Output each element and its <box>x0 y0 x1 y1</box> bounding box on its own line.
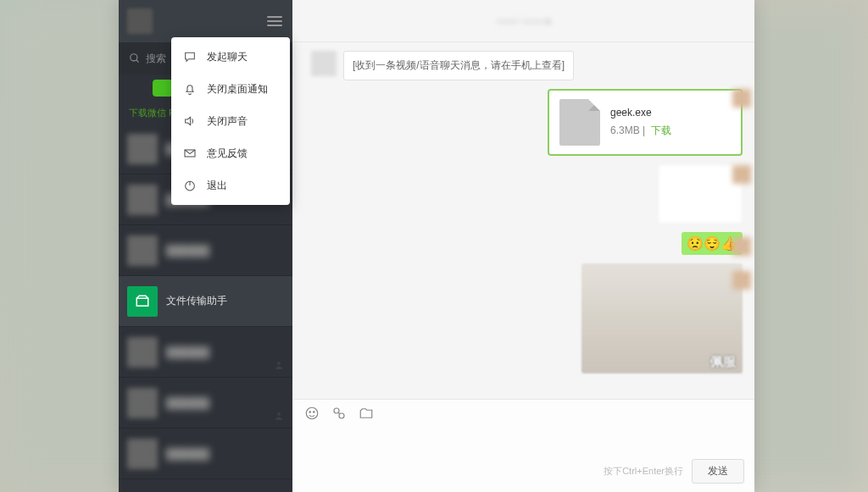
chat-bubble-icon <box>183 50 197 64</box>
search-icon <box>129 53 141 64</box>
conversation-item[interactable]: ██████ <box>119 327 292 378</box>
chat-title[interactable]: —— —— <box>497 14 550 27</box>
menu-exit[interactable]: 退出 <box>171 169 290 202</box>
speaker-icon <box>183 114 197 128</box>
system-message: [收到一条视频/语音聊天消息，请在手机上查看] <box>343 51 574 80</box>
menu-toggle[interactable] <box>265 12 284 30</box>
message-incoming: [收到一条视频/语音聊天消息，请在手机上查看] <box>304 51 743 80</box>
conversation-item[interactable]: ██████ <box>119 428 292 479</box>
file-icon <box>559 99 600 146</box>
message-outgoing-gif: 佩服 <box>304 263 743 373</box>
send-hint: 按下Ctrl+Enter换行 <box>604 465 683 478</box>
svg-line-1 <box>136 60 139 63</box>
file-download-link[interactable]: 下载 <box>651 124 671 136</box>
menu-start-chat[interactable]: 发起聊天 <box>171 41 290 73</box>
wechat-bubble-icon <box>153 80 173 97</box>
my-msg-avatar <box>732 271 751 290</box>
screenshot-icon[interactable] <box>331 406 347 421</box>
message-outgoing-emoji: 😟😌👍 <box>304 232 743 255</box>
svg-point-3 <box>277 412 281 416</box>
emoji-picker-icon[interactable] <box>304 406 320 421</box>
message-list: [收到一条视频/语音聊天消息，请在手机上查看] geek.exe 6.3MB |… <box>292 42 754 399</box>
chat-header: —— —— <box>292 0 754 42</box>
svg-point-7 <box>306 407 318 419</box>
menu-feedback[interactable]: 意见反馈 <box>171 137 290 169</box>
chat-panel: —— —— [收到一条视频/语音聊天消息，请在手机上查看] geek.exe 6… <box>292 0 754 492</box>
mail-icon <box>183 146 197 160</box>
search-placeholder-text: 搜索 <box>146 52 166 66</box>
svg-point-11 <box>339 413 344 418</box>
attach-file-icon[interactable] <box>359 406 374 421</box>
my-msg-avatar <box>732 237 751 256</box>
svg-line-12 <box>338 412 340 414</box>
power-icon <box>183 179 197 192</box>
menu-disable-notifications[interactable]: 关闭桌面通知 <box>171 73 290 105</box>
conversation-item[interactable]: ██████ <box>119 225 292 276</box>
message-outgoing-file: geek.exe 6.3MB | 下载 <box>304 89 743 156</box>
app-window: 搜索 下载微信 F ██████ ██████ ██████ 文件传输助手 ██… <box>119 0 754 492</box>
svg-point-10 <box>334 408 339 413</box>
contact-icon <box>274 360 284 370</box>
send-button[interactable]: 发送 <box>692 459 744 484</box>
bell-icon <box>183 82 197 96</box>
main-menu-dropdown: 发起聊天 关闭桌面通知 关闭声音 意见反馈 退出 <box>171 37 290 205</box>
file-attachment[interactable]: geek.exe 6.3MB | 下载 <box>548 89 743 156</box>
file-helper-icon <box>127 286 158 317</box>
file-size: 6.3MB <box>610 124 640 136</box>
my-msg-avatar <box>732 165 751 184</box>
message-input-area: 按下Ctrl+Enter换行 发送 <box>292 426 754 492</box>
svg-point-9 <box>314 411 315 412</box>
my-avatar[interactable] <box>127 8 153 34</box>
my-msg-avatar <box>732 89 751 108</box>
sidebar: 搜索 下载微信 F ██████ ██████ ██████ 文件传输助手 ██… <box>119 0 292 492</box>
svg-point-0 <box>131 54 137 61</box>
contact-icon <box>274 411 284 421</box>
conversation-file-helper[interactable]: 文件传输助手 <box>119 276 292 327</box>
file-name: geek.exe <box>610 107 671 119</box>
svg-point-2 <box>277 362 281 365</box>
input-toolbar <box>292 399 754 426</box>
svg-point-8 <box>309 411 311 412</box>
conversation-label: 文件传输助手 <box>166 294 227 308</box>
sender-avatar[interactable] <box>311 51 337 76</box>
gif-image[interactable]: 佩服 <box>581 263 743 373</box>
message-outgoing-thumb <box>304 164 743 224</box>
outgoing-avatar-column <box>722 42 754 399</box>
conversation-item[interactable]: ██████ <box>119 378 292 428</box>
sidebar-header <box>119 0 292 42</box>
menu-mute[interactable]: 关闭声音 <box>171 105 290 137</box>
